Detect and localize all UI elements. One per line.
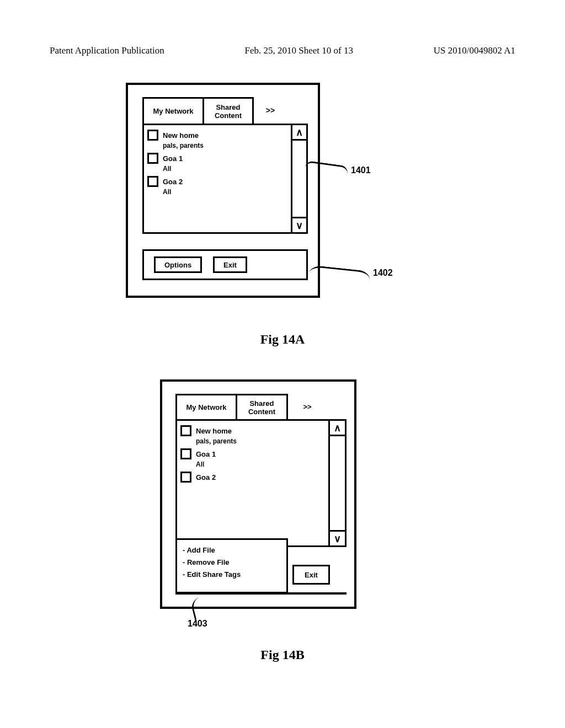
item-subtitle: All [163,188,287,196]
exit-button[interactable]: Exit [292,565,330,585]
item-subtitle: All [163,165,287,173]
tab-more[interactable]: >> [288,394,327,420]
list-pane: New home pals, parents Goa 1 All Goa 2 ∧… [175,419,347,547]
item-title: Goa 1 [163,154,183,163]
callout-1403: 1403 [188,619,207,629]
list-body: New home pals, parents Goa 1 All Goa 2 A… [144,125,291,232]
callout-1402: 1402 [373,268,393,278]
list-body: New home pals, parents Goa 1 All Goa 2 [177,421,328,545]
list-item[interactable]: Goa 2 [180,472,325,483]
tab-shared-content[interactable]: Shared Content [237,394,288,420]
item-title: New home [196,427,232,435]
scroll-up-icon[interactable]: ∧ [330,421,345,436]
options-popup: - Add File - Remove File - Edit Share Ta… [175,538,288,593]
tab-shared-line1: Shared [249,400,274,408]
popup-add-file[interactable]: - Add File [183,544,281,556]
item-title: Goa 1 [196,450,216,458]
scroll-down-icon[interactable]: ∨ [292,217,306,232]
options-button[interactable]: Options [154,256,202,273]
item-title: New home [163,131,199,140]
list-item[interactable]: New home [147,130,287,141]
list-item[interactable]: Goa 1 [147,153,287,164]
scroll-up-icon[interactable]: ∧ [292,125,306,141]
checkbox-icon[interactable] [147,176,158,187]
checkbox-icon[interactable] [180,425,191,436]
device-frame-14b: My Network Shared Content >> New home pa… [160,379,356,609]
popup-remove-file[interactable]: - Remove File [183,556,281,569]
checkbox-icon[interactable] [147,153,158,164]
header-right: US 2010/0049802 A1 [434,45,515,56]
list-item[interactable]: Goa 2 [147,176,287,187]
device-frame-14a: My Network Shared Content >> New home pa… [126,83,320,298]
tab-shared-line2: Content [248,408,275,416]
divider [175,592,347,595]
tab-bar: My Network Shared Content >> [142,97,287,125]
tab-bar: My Network Shared Content >> [175,394,327,420]
tab-my-network[interactable]: My Network [142,97,204,125]
header-center: Feb. 25, 2010 Sheet 10 of 13 [245,45,353,56]
callout-1401: 1401 [351,165,371,175]
list-item[interactable]: Goa 1 [180,448,325,459]
list-item[interactable]: New home [180,425,325,436]
checkbox-icon[interactable] [180,448,191,459]
scrollbar[interactable]: ∧ ∨ [291,125,306,232]
checkbox-icon[interactable] [147,130,158,141]
header-left: Patent Application Publication [50,45,164,56]
figure-caption-14a: Fig 14A [0,332,565,347]
list-pane: New home pals, parents Goa 1 All Goa 2 A… [142,124,308,234]
scrollbar[interactable]: ∧ ∨ [328,421,345,545]
scroll-down-icon[interactable]: ∨ [330,530,345,545]
tab-my-network[interactable]: My Network [175,394,237,420]
checkbox-icon[interactable] [180,472,191,483]
item-subtitle: All [196,461,325,468]
item-subtitle: pals, parents [196,437,325,445]
item-title: Goa 2 [163,178,183,186]
exit-button[interactable]: Exit [213,256,247,273]
page-header: Patent Application Publication Feb. 25, … [0,45,565,56]
tab-shared-content[interactable]: Shared Content [204,97,254,125]
tab-shared-line2: Content [215,112,242,120]
tab-more[interactable]: >> [254,97,287,125]
tab-shared-line1: Shared [216,104,240,111]
item-subtitle: pals, parents [163,142,287,149]
item-title: Goa 2 [196,473,216,481]
figure-caption-14b: Fig 14B [0,647,565,662]
popup-edit-share-tags[interactable]: - Edit Share Tags [183,569,281,581]
bottom-bar: Options Exit [142,249,308,280]
